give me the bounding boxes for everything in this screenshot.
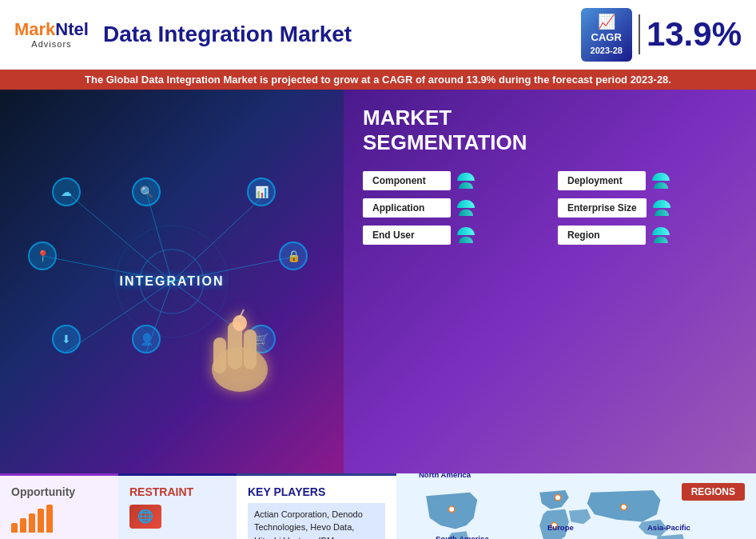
segment-label-deployment: Deployment	[558, 171, 646, 190]
cagr-divider	[639, 14, 640, 54]
segment-arc-application	[457, 200, 475, 216]
segment-item-component: Component	[363, 171, 542, 190]
svg-rect-12	[244, 329, 257, 369]
cagr-block: 📈 CAGR 2023-28 13.9%	[581, 8, 742, 62]
svg-line-6	[146, 281, 172, 352]
segment-arc-deployment	[652, 173, 670, 189]
integration-image: ☁ 🔍 📊 📍 🔒 ⬇ 👤 🛒 INTEGRATION	[0, 90, 344, 473]
key-players-block: KEY PLAYERS Actian Corporation, Denodo T…	[237, 473, 396, 539]
integration-visual: ☁ 🔍 📊 📍 🔒 ⬇ 👤 🛒 INTEGRATION	[20, 162, 324, 401]
bar-1	[11, 523, 18, 533]
main-content: ☁ 🔍 📊 📍 🔒 ⬇ 👤 🛒 INTEGRATION	[0, 90, 756, 473]
banner-text: The Global Data Integration Market is pr…	[85, 74, 671, 86]
logo-mark-text: Mark	[14, 19, 55, 39]
segment-title: MARKET SEGMENTATION	[363, 106, 737, 155]
restraint-icon: 🌐	[129, 505, 161, 529]
restraint-text: Escalating Data Security and Privacy Con…	[129, 535, 225, 539]
svg-point-17	[555, 494, 560, 500]
logo-advisors: Advisors	[14, 39, 89, 49]
cagr-year: 2023-28	[591, 45, 623, 56]
regions-badge: REGIONS	[682, 483, 745, 501]
restraint-title: RESTRAINT	[129, 485, 225, 498]
key-players-list: Actian Corporation, Denodo Technologies,…	[248, 503, 385, 539]
opportunity-block: Opportunity A Swift Surge in Cloud Data	[0, 473, 118, 539]
segment-item-application: Application	[363, 198, 542, 218]
segmentation-panel: MARKET SEGMENTATION Component Deployment…	[344, 90, 756, 473]
cagr-percent: 13.9%	[647, 15, 742, 54]
banner: The Global Data Integration Market is pr…	[0, 70, 756, 90]
svg-point-19	[621, 504, 627, 509]
segment-label-region: Region	[558, 226, 646, 245]
bar-5	[46, 505, 53, 533]
bar-3	[29, 513, 35, 533]
region-label-europe: Europe	[547, 523, 574, 532]
map-block: REGIONS	[396, 473, 756, 539]
segment-item-deployment: Deployment	[558, 171, 737, 190]
svg-rect-13	[213, 337, 226, 373]
restraint-block: RESTRAINT 🌐 Escalating Data Security and…	[118, 473, 237, 539]
segment-label-enduser: End User	[363, 226, 451, 245]
region-label-asia-pacific: Asia-Pacific	[647, 523, 690, 532]
opportunity-title: Opportunity	[11, 485, 107, 498]
cagr-label: 📈 CAGR 2023-28	[581, 8, 632, 62]
svg-line-2	[172, 192, 268, 281]
segment-arc-component	[457, 173, 475, 189]
region-label-south-america: South America	[436, 534, 489, 539]
segment-arc-enduser	[457, 227, 475, 243]
svg-line-3	[42, 256, 172, 281]
segment-arc-region	[652, 227, 670, 243]
svg-line-4	[172, 256, 298, 281]
segment-label-application: Application	[363, 198, 451, 218]
logo-mark: MarkNtel	[14, 20, 89, 39]
logo-ntel-text: Ntel	[55, 19, 89, 39]
opportunity-bars	[11, 505, 107, 533]
svg-line-5	[66, 281, 172, 352]
bottom-section: Opportunity A Swift Surge in Cloud Data …	[0, 473, 756, 539]
region-label-north-america: North America	[419, 473, 471, 479]
segment-item-region: Region	[558, 226, 737, 245]
svg-line-1	[146, 192, 172, 281]
segment-item-enterprise: Enterprise Size	[558, 198, 737, 218]
page-title: Data Integration Market	[103, 22, 567, 47]
cagr-word: CAGR	[591, 31, 622, 45]
logo: MarkNtel Advisors	[14, 20, 89, 49]
header: MarkNtel Advisors Data Integration Marke…	[0, 0, 756, 70]
svg-line-0	[66, 192, 172, 281]
bar-2	[20, 518, 26, 533]
segment-items: Component Deployment Application Enterpr…	[363, 171, 737, 245]
segment-item-enduser: End User	[363, 226, 542, 245]
bar-4	[38, 509, 44, 533]
hand-icon	[204, 305, 276, 393]
segment-arc-enterprise	[653, 200, 670, 216]
segment-label-enterprise: Enterprise Size	[558, 198, 647, 218]
network-lines	[20, 162, 324, 401]
key-players-title: KEY PLAYERS	[248, 485, 385, 498]
segment-label-component: Component	[363, 171, 451, 190]
svg-point-16	[449, 506, 455, 512]
